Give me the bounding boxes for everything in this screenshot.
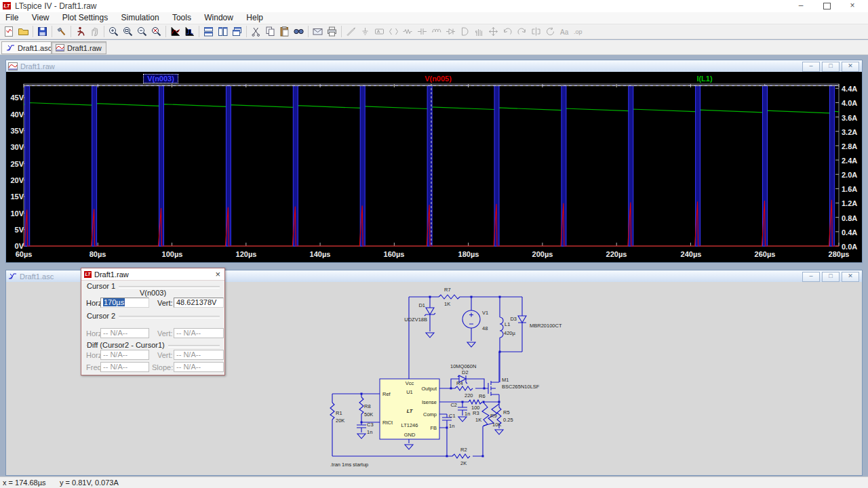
component-icon[interactable]: [458, 25, 472, 39]
svg-text:Aa: Aa: [560, 28, 569, 36]
x-tick: 180µs: [448, 250, 489, 258]
menu-help[interactable]: Help: [241, 12, 269, 24]
diff-vert-field[interactable]: -- N/A--: [174, 350, 224, 360]
slope-label: Slope:: [152, 363, 173, 371]
svg-text:1n: 1n: [449, 423, 454, 429]
redo-icon[interactable]: [515, 25, 529, 39]
trace-label-vn005[interactable]: V(n005): [421, 75, 455, 83]
component-c1[interactable]: C11n: [442, 413, 456, 429]
cursor-dialog-titlebar[interactable]: LT Draft1.raw ×: [81, 268, 224, 281]
tab-draft1-raw[interactable]: Draft1.raw: [51, 41, 106, 54]
save-icon[interactable]: [35, 25, 50, 39]
cursor2-vert-field[interactable]: -- N/A--: [174, 328, 224, 338]
copy-icon[interactable]: [263, 25, 277, 39]
plot-settings-icon[interactable]: [182, 25, 197, 39]
status-bar: x = 174.68µs y = 0.81V, 0.073A: [0, 476, 868, 488]
diff-horz-field[interactable]: -- N/A--: [100, 350, 149, 360]
resistor-icon[interactable]: [401, 25, 415, 39]
ltspice-app: LT LTspice IV - Draft1.raw – × File View…: [0, 0, 868, 488]
drag-icon[interactable]: [486, 25, 500, 39]
status-x-value: x = 174.68µs: [3, 479, 46, 487]
zoom-area-icon[interactable]: [121, 25, 135, 39]
svg-text:1K: 1K: [444, 301, 450, 307]
component-c3[interactable]: C31n: [357, 422, 374, 439]
spice-directive-icon[interactable]: .op: [572, 25, 586, 39]
zoom-out-icon[interactable]: [135, 25, 149, 39]
autorange-y-icon[interactable]: [168, 25, 182, 39]
component-d3[interactable]: D3 MBR20100CT: [510, 316, 562, 329]
find-icon[interactable]: [292, 25, 306, 39]
open-file-icon[interactable]: [16, 25, 31, 39]
waveform-window-titlebar[interactable]: Draft1.raw – □ ✕: [6, 60, 862, 73]
trace-label-vn003[interactable]: V(n003): [143, 74, 178, 83]
halt-icon[interactable]: [87, 25, 102, 39]
svg-text:10K: 10K: [492, 422, 501, 428]
tile-horizontal-icon[interactable]: [201, 25, 216, 39]
menu-tools[interactable]: Tools: [167, 12, 197, 24]
child-close-button[interactable]: ✕: [842, 62, 859, 72]
x-tick: 260µs: [745, 250, 785, 258]
mail-icon[interactable]: [311, 25, 325, 39]
diff-slope-field[interactable]: -- N/A--: [174, 362, 224, 372]
undo-icon[interactable]: [500, 25, 515, 39]
component-d2[interactable]: 10MQ060N D2: [450, 363, 476, 384]
dialog-lt-icon: LT: [84, 271, 92, 278]
component-r9[interactable]: R910K: [484, 404, 501, 428]
print-icon[interactable]: [325, 25, 339, 39]
component-r5[interactable]: R50.25: [495, 407, 513, 434]
run-icon[interactable]: [73, 25, 87, 39]
cursor-dialog-title: Draft1.raw: [94, 270, 129, 279]
spice-directive-text[interactable]: .tran 1ms startup: [330, 462, 368, 468]
menu-file[interactable]: File: [0, 12, 24, 24]
component-r4[interactable]: R4220: [455, 380, 473, 399]
component-r2[interactable]: R22K: [452, 447, 470, 466]
zoom-extents-icon[interactable]: [149, 25, 163, 39]
cut-icon[interactable]: [249, 25, 263, 39]
cursor1-horz-field[interactable]: 170µs: [100, 298, 149, 308]
inductor-icon[interactable]: [429, 25, 443, 39]
plot-area[interactable]: V(n003) V(n005) I(L1) 45V 40V 35V 30V 25…: [6, 72, 862, 262]
component-r7[interactable]: R71K: [439, 287, 460, 307]
close-button[interactable]: ×: [842, 1, 863, 10]
menu-window[interactable]: Window: [199, 12, 239, 24]
diode-icon[interactable]: [443, 25, 458, 39]
dialog-close-icon[interactable]: ×: [215, 269, 220, 279]
menu-simulation[interactable]: Simulation: [116, 12, 165, 24]
minimize-button[interactable]: –: [791, 1, 811, 10]
port-icon[interactable]: [387, 25, 401, 39]
child-minimize-button[interactable]: –: [802, 272, 820, 282]
cursor2-horz-field[interactable]: -- N/A--: [100, 328, 149, 338]
wire-icon[interactable]: [344, 25, 358, 39]
label-net-icon[interactable]: [372, 25, 387, 39]
trace-label-il1[interactable]: I(L1): [690, 75, 719, 83]
component-m1[interactable]: M1 BSC265N10LSF: [488, 377, 540, 396]
control-panel-icon[interactable]: [54, 25, 68, 39]
mirror-icon[interactable]: [529, 25, 543, 39]
diff-freq-field[interactable]: -- N/A--: [100, 362, 149, 372]
child-close-button[interactable]: ✕: [842, 272, 859, 282]
component-v1[interactable]: V148: [462, 310, 488, 347]
svg-text:UDZV18B: UDZV18B: [404, 317, 427, 323]
waveform-plot[interactable]: [6, 72, 862, 262]
paste-icon[interactable]: [277, 25, 292, 39]
rotate-icon[interactable]: [543, 25, 557, 39]
tab-bar: Draft1.asc Draft1.raw: [0, 40, 868, 55]
menu-view[interactable]: View: [26, 12, 55, 24]
new-schematic-icon[interactable]: [2, 25, 16, 39]
component-u1[interactable]: Vcc U1 Ref RtCt LT LT1246 GND Output Ise…: [380, 379, 439, 439]
text-icon[interactable]: Aa: [557, 25, 572, 39]
child-maximize-button[interactable]: □: [822, 62, 840, 72]
cursor1-vert-field[interactable]: 48.621378V: [174, 298, 224, 308]
svg-text:Ref: Ref: [382, 391, 391, 397]
ground-icon[interactable]: [358, 25, 372, 39]
capacitor-icon[interactable]: [415, 25, 429, 39]
tab-draft1-asc[interactable]: Draft1.asc: [1, 41, 56, 54]
child-minimize-button[interactable]: –: [802, 62, 820, 72]
tile-vertical-icon[interactable]: [216, 25, 230, 39]
child-maximize-button[interactable]: □: [822, 272, 840, 282]
zoom-in-icon[interactable]: [106, 25, 121, 39]
restore-button[interactable]: [816, 2, 837, 12]
move-icon[interactable]: [472, 25, 486, 39]
cascade-windows-icon[interactable]: [230, 25, 244, 39]
menu-plot-settings[interactable]: Plot Settings: [57, 12, 113, 24]
